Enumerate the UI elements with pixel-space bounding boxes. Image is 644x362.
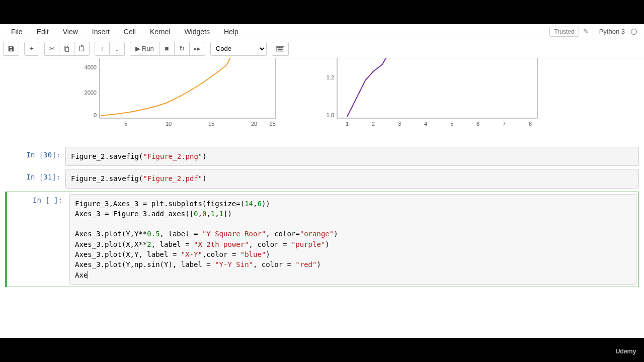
code-input[interactable]: Figure_3,Axes_3 = plt.subplots(figsize=(… [69,194,636,285]
plot-left: 4000 2000 0 5 10 15 20 25 [75,58,277,138]
svg-rect-18 [337,58,537,118]
copy-button[interactable] [59,42,74,56]
top-black-bar [0,0,644,24]
svg-text:1.2: 1.2 [327,74,334,80]
restart-run-all-button[interactable]: ▸▸ [190,42,205,56]
svg-text:1: 1 [346,121,349,127]
restart-button[interactable]: ↻ [175,42,190,56]
add-cell-button[interactable]: + [24,42,39,56]
menu-bar: File Edit View Insert Cell Kernel Widget… [0,24,644,39]
svg-text:2000: 2000 [85,89,97,96]
svg-rect-9 [100,58,276,118]
svg-rect-2 [79,46,84,51]
svg-rect-3 [81,45,83,46]
prompt: In [ ]: [7,192,67,287]
code-cell-active[interactable]: In [ ]: Figure_3,Axes_3 = plt.subplots(f… [5,192,639,287]
toolbar: + ✂ ↑ ↓ ▶Run ■ ↻ ▸▸ Code [0,39,644,58]
svg-text:8: 8 [529,121,532,127]
svg-text:4000: 4000 [85,64,97,70]
save-button[interactable] [3,42,19,56]
menu-file[interactable]: File [4,26,30,38]
divider [593,27,593,36]
kernel-idle-icon [631,29,637,35]
menu-insert[interactable]: Insert [85,26,117,38]
svg-text:15: 15 [208,121,214,127]
prompt: In [30]: [5,147,65,166]
menu-edit[interactable]: Edit [30,26,56,38]
plot-right: 1.2 1.0 1 2 3 4 5 6 7 8 [317,58,538,138]
udemy-logo: Udemy [615,347,636,355]
paste-button[interactable] [74,42,90,56]
move-up-button[interactable]: ↑ [95,42,110,56]
svg-text:3: 3 [398,121,401,127]
svg-rect-4 [276,46,284,51]
svg-text:1.0: 1.0 [327,112,334,118]
run-button[interactable]: ▶Run [130,42,159,56]
svg-rect-5 [277,47,278,48]
menu-kernel[interactable]: Kernel [143,26,177,38]
svg-text:10: 10 [166,121,172,127]
cut-button[interactable]: ✂ [44,42,59,56]
cell-type-select[interactable]: Code [210,42,267,56]
output-plots: 4000 2000 0 5 10 15 20 25 1.2 1.0 1 2 3 … [5,58,639,144]
menu-widgets[interactable]: Widgets [177,26,217,38]
svg-text:25: 25 [270,121,276,127]
svg-text:20: 20 [251,121,257,127]
trusted-indicator[interactable]: Trusted [549,27,579,37]
menu-cell[interactable]: Cell [117,26,143,38]
code-cell-30[interactable]: In [30]: Figure_2.savefig("Figure_2.png"… [5,147,639,166]
menu-view[interactable]: View [56,26,85,38]
svg-text:5: 5 [450,121,453,127]
code-cell-31[interactable]: In [31]: Figure_2.savefig("Figure_2.pdf"… [5,169,639,188]
move-down-button[interactable]: ↓ [110,42,125,56]
svg-rect-1 [65,47,69,51]
interrupt-button[interactable]: ■ [159,42,175,56]
svg-rect-8 [278,49,283,50]
svg-text:4: 4 [424,121,427,127]
pencil-icon[interactable]: ✎ [583,28,589,35]
kernel-name[interactable]: Python 3 [599,28,625,35]
code-input[interactable]: Figure_2.savefig("Figure_2.pdf") [65,169,639,188]
menu-help[interactable]: Help [217,26,246,38]
svg-rect-7 [281,47,282,48]
bottom-black-bar: Udemy [0,338,644,362]
svg-text:0: 0 [94,112,97,118]
prompt: In [31]: [5,169,65,188]
command-palette-button[interactable] [272,42,289,56]
svg-text:6: 6 [476,121,479,127]
code-input[interactable]: Figure_2.savefig("Figure_2.png") [65,147,639,166]
svg-text:2: 2 [372,121,375,127]
notebook-area[interactable]: 4000 2000 0 5 10 15 20 25 1.2 1.0 1 2 3 … [0,58,644,338]
svg-text:7: 7 [503,121,506,127]
svg-text:5: 5 [124,121,127,127]
svg-rect-6 [279,47,280,48]
